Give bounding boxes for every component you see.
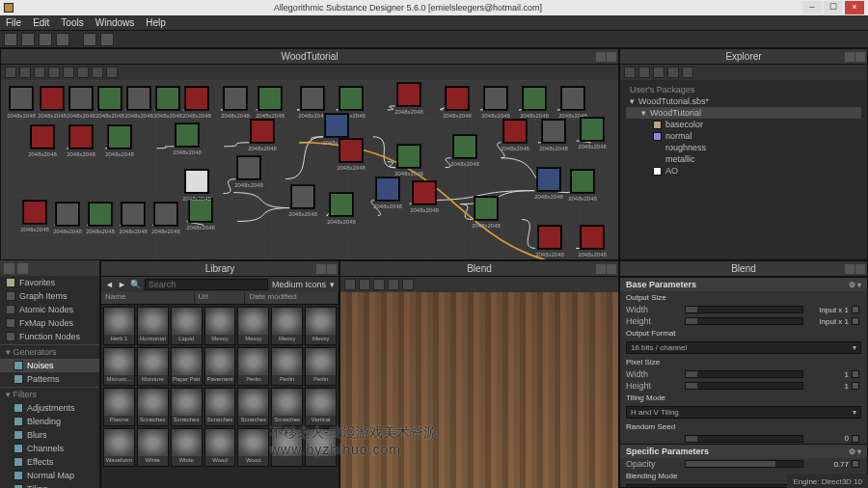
explorer-tool-icon[interactable] [667,67,679,78]
library-thumb[interactable]: Paper Patt [171,347,203,386]
library-thumb[interactable]: Wood Fibers 2 [237,428,269,467]
library-thumb[interactable]: Messy Fibers 3 [305,307,337,345]
graph-tool-icon[interactable] [77,67,89,78]
graph-node[interactable]: 2048x2048 [68,124,94,149]
panel-undock-icon[interactable] [845,264,854,274]
tree-output[interactable]: normal [626,130,861,142]
pin-icon[interactable] [852,306,859,313]
slider-height[interactable] [685,317,803,325]
preview-tool-icon[interactable] [373,279,385,290]
graph-node[interactable]: 2048x2048 [324,113,349,138]
graph-node[interactable]: 2048x2048 [396,144,421,169]
graph-node[interactable]: 2048x2048 [541,119,566,144]
graph-canvas[interactable]: 2048x20482048x20482048x20482048x20482048… [1,80,618,259]
slider-opacity[interactable] [685,460,803,468]
nav-effects[interactable]: Effects [0,455,99,469]
explorer-tool-icon[interactable] [624,67,636,78]
tree-output[interactable]: AO [626,165,861,176]
preview-tool-icon[interactable] [388,279,399,290]
tool-open-icon[interactable] [21,33,35,46]
col-name[interactable]: Name [101,292,195,304]
graph-node[interactable]: 2048x2048 [396,82,421,107]
library-thumb[interactable]: Pavement 1 [204,347,236,386]
graph-node[interactable]: 2048x2048 [536,167,561,192]
section-specific-parameters[interactable]: Specific Parameters⚙ ▾ [620,445,867,458]
slider-px-height[interactable] [685,382,803,390]
tool-export-icon[interactable] [83,33,96,46]
chevron-left-icon[interactable]: ◄ [105,280,114,289]
library-thumb[interactable]: Messy Fibers 2 [237,307,269,345]
explorer-tool-icon[interactable] [682,67,693,78]
library-thumb[interactable]: Messy Fibers 3 [271,307,303,345]
panel-close-icon[interactable] [607,264,616,274]
library-thumb[interactable]: Waveform 1 [103,428,135,467]
graph-node[interactable]: 2048x2048 [9,86,34,111]
library-thumb[interactable]: White Noise Fast [171,428,203,467]
library-thumb[interactable]: Scratches 3 [237,388,269,426]
tree-output[interactable]: basecolor [626,119,861,130]
library-thumb[interactable]: Liquid [171,307,203,345]
graph-node[interactable]: 2048x2048 [88,202,113,227]
section-base-parameters[interactable]: Base Parameters⚙ ▾ [620,278,867,291]
graph-node[interactable]: 2048x2048 [184,169,209,194]
pin-icon[interactable] [852,460,859,468]
graph-node[interactable]: 2048x2048 [537,225,562,250]
nav-graph-items[interactable]: Graph Items [0,289,99,303]
tool-save-icon[interactable] [39,33,52,46]
slider-width[interactable] [685,306,803,313]
graph-node[interactable]: 2048x2048 [97,86,122,111]
graph-node[interactable]: 2048x2048 [55,202,80,227]
library-thumb[interactable]: Vertical [305,388,337,426]
graph-node[interactable]: 2048x2048 [580,225,605,250]
preview-tool-icon[interactable] [402,279,414,290]
window-minimize-button[interactable]: – [802,1,822,14]
libnav-tool-icon[interactable] [17,263,28,274]
nav-blending[interactable]: Blending [0,415,99,428]
tree-graph[interactable]: ▾WoodTutorial [626,107,861,119]
nav-channels[interactable]: Channels [0,442,99,455]
graph-node[interactable]: 2048x2048 [155,86,180,111]
library-thumb[interactable]: Perlin Noise 2 [271,347,303,386]
panel-close-icon[interactable] [607,52,616,62]
pin-icon[interactable] [852,382,859,390]
graph-node[interactable]: 2048x2048 [483,86,508,111]
viewmode-select[interactable]: Medium Icons [272,280,326,289]
nav-noises[interactable]: Noises [0,359,99,372]
combo-tiling[interactable]: H and V Tiling▾ [626,406,861,419]
panel-close-icon[interactable] [327,264,337,274]
pin-icon[interactable] [852,435,859,443]
tree-root[interactable]: ▾WoodTutorial.sbs* [626,95,861,107]
slider-seed[interactable] [685,435,803,443]
library-thumb[interactable]: Wood Fibers 1 [204,428,236,467]
nav-function-nodes[interactable]: Function Nodes [0,330,99,343]
nav-atomic-nodes[interactable]: Atomic Nodes [0,303,99,316]
graph-node[interactable]: 2048x2048 [375,176,400,202]
graph-node[interactable]: 2048x2048 [22,200,47,225]
graph-node[interactable]: 2048x2048 [107,124,132,149]
menu-edit[interactable]: Edit [33,17,49,28]
graph-node[interactable]: 2048x2048 [445,86,470,111]
graph-tool-icon[interactable] [63,67,74,78]
graph-node[interactable]: 2048x2048 [580,117,605,142]
graph-node[interactable]: 2048x2048 [68,86,94,111]
nav-favorites[interactable]: Favorites [0,276,99,289]
preview-tool-icon[interactable] [344,279,356,290]
graph-node[interactable]: 2048x2048 [329,192,354,217]
graph-tool-icon[interactable] [48,67,60,78]
libnav-tool-icon[interactable] [4,263,14,274]
pin-icon[interactable] [852,370,859,378]
graph-node[interactable]: 2048x2048 [339,138,364,163]
nav-fxmap-nodes[interactable]: FxMap Nodes [0,316,99,330]
graph-node[interactable]: 2048x2048 [570,169,595,194]
graph-node[interactable]: 2048x2048 [236,155,261,180]
library-search-input[interactable] [145,279,268,290]
graph-node[interactable]: 2048x2048 [258,86,283,111]
library-thumb[interactable]: Microsc... [103,347,135,386]
graph-node[interactable]: 2048x2048 [339,86,364,111]
graph-node[interactable]: 2048x2048 [452,134,477,159]
panel-close-icon[interactable] [855,264,865,274]
panel-undock-icon[interactable] [596,264,606,274]
graph-node[interactable]: 2048x2048 [474,196,499,221]
nav-patterns[interactable]: Patterns [0,372,99,386]
panel-close-icon[interactable] [855,52,865,62]
